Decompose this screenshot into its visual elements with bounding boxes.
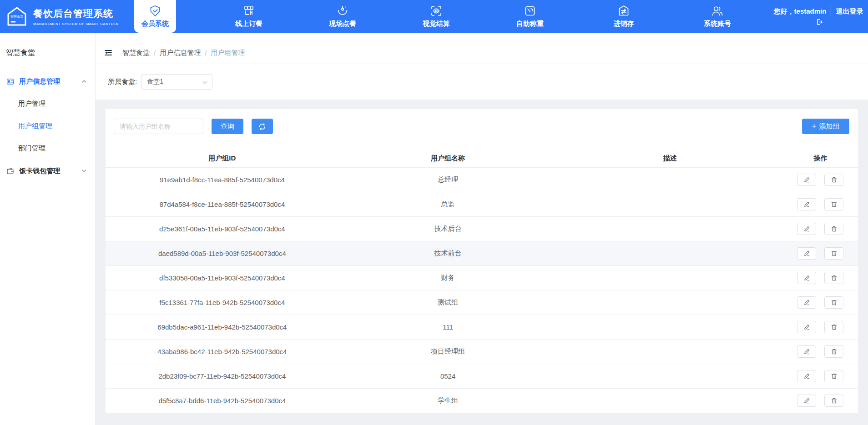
nav-tab-online-order[interactable]: 线上订餐 bbox=[228, 0, 270, 33]
chevron-down-icon bbox=[202, 80, 208, 85]
edit-button[interactable] bbox=[797, 370, 816, 382]
nav-tab-vision-checkout[interactable]: 视觉结算 bbox=[415, 0, 457, 33]
delete-button[interactable] bbox=[824, 272, 843, 284]
sidebar-item-user-management[interactable]: 用户管理 bbox=[0, 93, 95, 115]
wallet-icon bbox=[6, 167, 14, 175]
table-row: d5f5c8a7-bdd6-11eb-942b-52540073d0c4 学生组 bbox=[106, 388, 858, 413]
cell-description bbox=[557, 290, 782, 315]
cell-group-id: 87d4a584-f8ce-11ea-885f-52540073d0c4 bbox=[106, 192, 339, 216]
cell-actions bbox=[783, 216, 858, 241]
cell-group-id: f5c13361-77fa-11eb-942b-52540073d0c4 bbox=[106, 290, 339, 315]
table-row: 87d4a584-f8ce-11ea-885f-52540073d0c4 总监 bbox=[106, 192, 858, 216]
delete-button[interactable] bbox=[824, 345, 843, 358]
sidebar-title: 智慧食堂 bbox=[0, 33, 95, 64]
edit-icon bbox=[803, 324, 810, 330]
table-row: d25e361f-00a5-11eb-903f-52540073d0c4 技术后… bbox=[106, 216, 858, 241]
dine-in-icon bbox=[336, 5, 349, 17]
breadcrumb-item-user-info[interactable]: 用户信息管理 bbox=[160, 49, 201, 57]
top-nav: 会员系统 线上订餐 现场点餐 视觉结算 自助称重 bbox=[134, 0, 738, 33]
edit-button[interactable] bbox=[797, 395, 816, 407]
cell-group-name: 测试组 bbox=[339, 290, 557, 315]
cell-group-name: 技术后台 bbox=[339, 216, 557, 241]
chevron-down-icon bbox=[81, 168, 87, 174]
cell-actions bbox=[783, 364, 858, 388]
cell-group-id: df533058-00a5-11eb-903f-52540073d0c4 bbox=[106, 265, 339, 290]
cell-group-id: d25e361f-00a5-11eb-903f-52540073d0c4 bbox=[106, 216, 339, 241]
cell-description bbox=[557, 192, 782, 216]
delete-button[interactable] bbox=[824, 247, 843, 260]
nav-tab-member-system[interactable]: 会员系统 bbox=[134, 0, 176, 33]
sidebar: 智慧食堂 用户信息管理 用户管理 用户组管理 部门管理 饭卡钱包管理 bbox=[0, 33, 96, 425]
sidebar-item-department-management[interactable]: 部门管理 bbox=[0, 137, 95, 160]
self-weigh-icon bbox=[524, 5, 536, 17]
refresh-button[interactable] bbox=[252, 119, 273, 134]
edit-icon bbox=[803, 373, 810, 380]
nav-tab-label: 视觉结算 bbox=[423, 20, 450, 28]
sidebar-item-user-info-management[interactable]: 用户信息管理 bbox=[0, 70, 95, 93]
logo-badge-text: 智慧食堂 bbox=[10, 15, 23, 19]
canteen-filter-label: 所属食堂: bbox=[108, 78, 137, 86]
add-group-button[interactable]: + 添加组 bbox=[802, 119, 849, 134]
user-group-table: 用户组ID 用户组名称 描述 操作 91e9ab1d-f8cc-11ea-885… bbox=[106, 150, 858, 413]
breadcrumb-item-home[interactable]: 智慧食堂 bbox=[122, 49, 150, 57]
delete-button[interactable] bbox=[824, 198, 843, 210]
cell-actions bbox=[783, 315, 858, 339]
cell-group-name: 总经理 bbox=[339, 167, 557, 192]
logout-icon bbox=[816, 19, 823, 25]
trash-icon bbox=[831, 176, 838, 183]
sidebar-fold-icon[interactable] bbox=[104, 48, 113, 57]
user-area: 您好，testadmin退出登录 bbox=[773, 5, 868, 27]
logout-label: 退出登录 bbox=[836, 7, 863, 15]
edit-button[interactable] bbox=[797, 198, 816, 210]
nav-tab-self-weigh[interactable]: 自助称重 bbox=[509, 0, 551, 33]
app-title: 餐饮后台管理系统 bbox=[33, 7, 119, 20]
breadcrumb-separator: / bbox=[154, 49, 156, 57]
canteen-select[interactable]: 食堂1 bbox=[141, 74, 212, 90]
cell-description bbox=[557, 339, 782, 364]
column-header-description: 描述 bbox=[557, 150, 782, 167]
sidebar-item-meal-card-wallet[interactable]: 饭卡钱包管理 bbox=[0, 160, 95, 182]
system-accounts-icon bbox=[711, 5, 724, 17]
nav-tab-dine-in[interactable]: 现场点餐 bbox=[322, 0, 363, 33]
edit-button[interactable] bbox=[797, 174, 816, 186]
edit-button[interactable] bbox=[797, 345, 816, 358]
table-row: 2db23f09-bc77-11eb-942b-52540073d0c4 052… bbox=[106, 364, 858, 388]
group-name-search-input[interactable] bbox=[114, 119, 203, 134]
delete-button[interactable] bbox=[824, 223, 843, 235]
nav-tab-label: 会员系统 bbox=[141, 20, 169, 28]
cell-group-name: 学生组 bbox=[339, 388, 557, 413]
search-button[interactable]: 查询 bbox=[212, 119, 243, 134]
delete-button[interactable] bbox=[824, 321, 843, 333]
delete-button[interactable] bbox=[824, 370, 843, 382]
nav-tab-label: 进销存 bbox=[614, 20, 634, 28]
cell-actions bbox=[783, 167, 858, 192]
delete-button[interactable] bbox=[824, 174, 843, 186]
table-row: 69db5dac-a961-11eb-942b-52540073d0c4 111 bbox=[106, 315, 858, 339]
sidebar-item-user-group-management[interactable]: 用户组管理 bbox=[0, 115, 95, 137]
edit-button[interactable] bbox=[797, 223, 816, 235]
edit-button[interactable] bbox=[797, 272, 816, 284]
edit-icon bbox=[803, 201, 810, 208]
edit-button[interactable] bbox=[797, 247, 816, 260]
add-group-label: 添加组 bbox=[819, 122, 839, 131]
delete-button[interactable] bbox=[824, 395, 843, 407]
edit-button[interactable] bbox=[797, 296, 816, 309]
table-row: 43aba986-bc42-11eb-942b-52540073d0c4 项目经… bbox=[106, 339, 858, 364]
header-divider bbox=[831, 5, 831, 17]
member-badge-icon bbox=[149, 5, 161, 17]
cell-group-name: 技术前台 bbox=[339, 241, 557, 265]
app-header: 智慧食堂 餐饮后台管理系统 MANAGEMENT SYSTEM OF SMART… bbox=[0, 0, 868, 33]
nav-tab-inventory[interactable]: 进销存 bbox=[603, 0, 645, 33]
delete-button[interactable] bbox=[824, 296, 843, 309]
cell-actions bbox=[783, 265, 858, 290]
trash-icon bbox=[831, 324, 838, 330]
nav-tab-system-accounts[interactable]: 系统账号 bbox=[696, 0, 738, 33]
cell-group-id: 69db5dac-a961-11eb-942b-52540073d0c4 bbox=[106, 315, 339, 339]
edit-button[interactable] bbox=[797, 321, 816, 333]
cell-group-id: daed589d-00a5-11eb-903f-52540073d0c4 bbox=[106, 241, 339, 265]
refresh-icon bbox=[258, 123, 266, 130]
edit-icon bbox=[803, 225, 810, 232]
nav-tab-label: 自助称重 bbox=[516, 20, 544, 28]
column-header-group-name: 用户组名称 bbox=[339, 150, 557, 167]
nav-tab-label: 系统账号 bbox=[704, 20, 731, 28]
